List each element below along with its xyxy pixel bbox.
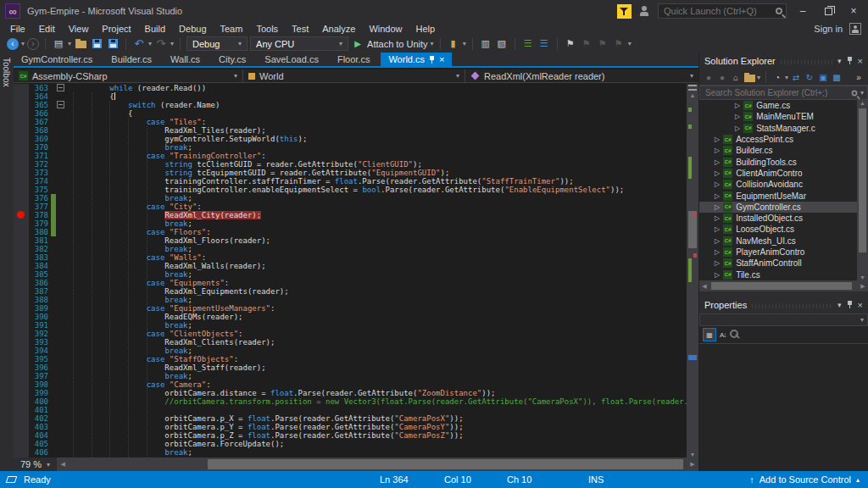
home-icon[interactable]: ⌂ [730, 71, 742, 84]
breakpoint-margin[interactable] [14, 177, 29, 186]
new-project-caret[interactable]: ▾ [68, 40, 71, 47]
menu-edit[interactable]: Edit [32, 24, 62, 34]
breakpoint-margin[interactable] [14, 330, 29, 338]
tree-item-tile-cs[interactable]: ▷C#Tile.cs [699, 269, 868, 280]
outline-margin[interactable] [56, 211, 66, 219]
expander-icon[interactable]: ▷ [735, 113, 740, 120]
scroll-down-icon[interactable]: ▼ [687, 452, 698, 458]
collapse-region-icon[interactable]: – [57, 101, 64, 108]
expander-icon[interactable]: ▷ [715, 169, 720, 177]
editor-vertical-scrollbar[interactable]: ▲ ▼ [687, 84, 698, 458]
breakpoint-margin[interactable] [14, 236, 29, 245]
project-dropdown[interactable]: C# Assembly-CSharp ▾ [14, 69, 243, 82]
tab-Wall.cs[interactable]: Wall.cs [163, 53, 208, 66]
breakpoint-margin[interactable] [14, 423, 29, 431]
outline-margin[interactable] [56, 363, 66, 372]
properties-object-dropdown[interactable]: ▾ [699, 313, 868, 326]
tree-horizontal-scrollbar[interactable]: ◀ ▶ [699, 280, 868, 291]
sync-with-active-document-icon[interactable]: ⇄ [790, 71, 802, 84]
toolbox-tab[interactable]: Toolbox [0, 53, 13, 92]
expander-icon[interactable]: ▷ [715, 259, 720, 267]
scrollbar-thumb[interactable] [711, 282, 852, 290]
menu-view[interactable]: View [62, 24, 96, 34]
scroll-left-icon[interactable]: ◀ [699, 280, 709, 291]
breakpoint-margin[interactable] [14, 304, 29, 313]
outline-margin[interactable] [56, 219, 66, 228]
switch-views-icon[interactable] [743, 71, 755, 84]
breakpoint-margin[interactable] [14, 313, 29, 321]
tree-item-looseobject-cs[interactable]: ▷C#LooseObject.cs [699, 224, 868, 235]
outline-margin[interactable] [56, 448, 66, 457]
outline-margin[interactable] [56, 304, 66, 313]
tree-item-accesspoint-cs[interactable]: ▷C#AccessPoint.cs [699, 134, 868, 145]
tree-item-installedobject-cs[interactable]: ▷C#InstalledObject.cs [699, 213, 868, 224]
zoom-control[interactable]: 79 % ▾ [14, 458, 57, 471]
breakpoint-margin[interactable] [14, 372, 29, 380]
outline-margin[interactable] [56, 313, 66, 321]
breakpoint-margin[interactable] [14, 169, 29, 177]
breakpoint-margin[interactable] [14, 440, 29, 448]
outline-margin[interactable] [56, 236, 66, 245]
breakpoint-margin[interactable] [14, 262, 29, 270]
save-all-icon[interactable] [106, 37, 120, 51]
tree-item-clientanimcontro[interactable]: ▷C#ClientAnimContro [699, 168, 868, 179]
menu-test[interactable]: Test [285, 24, 315, 34]
outline-margin[interactable] [56, 279, 66, 287]
outline-margin[interactable] [56, 330, 66, 338]
outline-margin[interactable]: – [56, 84, 66, 92]
expander-icon[interactable]: ▷ [715, 237, 720, 245]
scroll-down-icon[interactable]: ▼ [857, 274, 868, 280]
minimize-button[interactable]: – [793, 3, 812, 19]
outline-margin[interactable] [56, 194, 66, 202]
outline-margin[interactable] [56, 296, 66, 304]
properties-header[interactable]: Properties ▾ × [699, 297, 868, 313]
breakpoint-margin[interactable] [14, 152, 29, 160]
scroll-right-icon[interactable]: ▶ [858, 280, 868, 291]
background-tasks-icon[interactable] [6, 476, 18, 483]
breakpoint-margin[interactable] [14, 296, 29, 304]
expander-icon[interactable]: ▷ [715, 214, 720, 222]
tree-item-navmesh-ui-cs[interactable]: ▷C#NavMesh_UI.cs [699, 236, 868, 247]
breakpoint-margin[interactable] [14, 270, 29, 279]
scrollbar-thumb[interactable] [208, 459, 683, 469]
next-bookmark-icon[interactable]: ⚑ [596, 37, 609, 51]
outline-margin[interactable] [56, 338, 66, 347]
expander-icon[interactable]: ▷ [715, 203, 720, 211]
new-project-icon[interactable]: ▤ [52, 37, 65, 51]
sign-in-link[interactable]: Sign in [814, 24, 843, 34]
outline-margin[interactable] [56, 92, 66, 101]
outline-margin[interactable] [56, 347, 66, 355]
close-button[interactable]: × [844, 3, 863, 19]
breakpoint-margin[interactable] [14, 219, 29, 228]
expander-icon[interactable]: ▷ [715, 192, 720, 200]
expander-icon[interactable]: ▷ [715, 180, 720, 188]
breakpoint-margin[interactable] [14, 347, 29, 355]
outline-margin[interactable] [56, 253, 66, 262]
solution-search-input[interactable] [704, 87, 851, 98]
outline-margin[interactable] [56, 262, 66, 270]
show-all-files-icon[interactable]: ▩ [831, 71, 843, 84]
breakpoint-margin[interactable] [14, 321, 29, 330]
outline-margin[interactable] [56, 186, 66, 194]
menu-file[interactable]: File [3, 24, 32, 34]
comment-selection-icon[interactable]: ☰ [521, 37, 535, 51]
tree-item-game-cs[interactable]: ▷C#Game.cs [699, 100, 868, 111]
tree-vertical-scrollbar[interactable]: ▲ ▼ [857, 100, 868, 280]
tree-item-staffanimcontroll[interactable]: ▷C#StaffAnimControll [699, 258, 868, 269]
bookmark-overflow-caret[interactable]: ▾ [628, 40, 632, 47]
breakpoint-margin[interactable] [14, 228, 29, 236]
undo-icon[interactable]: ↶ [132, 37, 146, 51]
back-icon[interactable]: ● [703, 71, 715, 84]
breakpoint-margin[interactable] [14, 363, 29, 372]
breakpoint-margin[interactable] [14, 279, 29, 287]
expander-icon[interactable]: ▷ [715, 158, 720, 166]
tab-Builder.cs[interactable]: Builder.cs [103, 53, 159, 66]
outline-margin[interactable] [56, 406, 66, 414]
menu-analyze[interactable]: Analyze [315, 24, 362, 34]
tree-item-mainmenutem[interactable]: ▷C#MainMenuTEM [699, 111, 868, 122]
expander-icon[interactable]: ▷ [715, 225, 720, 233]
tab-City.cs[interactable]: City.cs [211, 53, 253, 66]
tab-World.cs[interactable]: World.cs× [381, 53, 452, 66]
outline-margin[interactable] [56, 135, 66, 143]
properties-window-icon[interactable]: ▧ [495, 37, 509, 51]
